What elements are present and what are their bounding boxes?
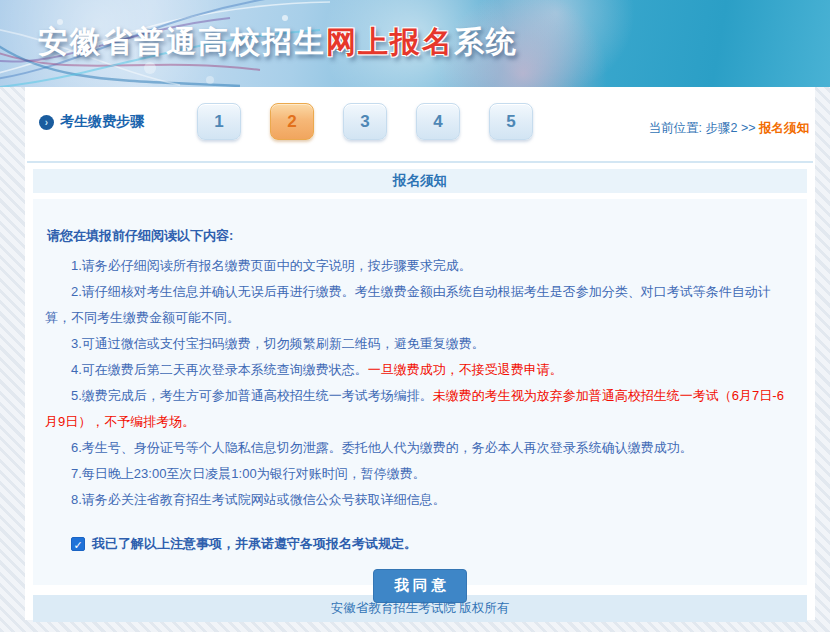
arrow-circle-icon: › — [39, 115, 54, 130]
step-indicator: 1 2 3 4 5 — [197, 103, 533, 140]
notice-item-1: 1.请务必仔细阅读所有报名缴费页面中的文字说明，按步骤要求完成。 — [45, 253, 795, 279]
steps-row: › 考生缴费步骤 1 2 3 4 5 当前位置: 步骤2 >> 报名须知 — [25, 87, 815, 161]
notice-item-4-red: 一旦缴费成功，不接受退费申请。 — [368, 362, 563, 377]
step-1[interactable]: 1 — [197, 103, 241, 140]
notice-item-3: 3.可通过微信或支付宝扫码缴费，切勿频繁刷新二维码，避免重复缴费。 — [45, 331, 795, 357]
notice-item-1-text: 1.请务必仔细阅读所有报名缴费页面中的文字说明，按步骤要求完成。 — [71, 258, 472, 273]
notice-item-7-text: 7.每日晚上23:00至次日凌晨1:00为银行对账时间，暂停缴费。 — [71, 466, 426, 481]
notice-item-8-text: 8.请务必关注省教育招生考试院网站或微信公众号获取详细信息。 — [71, 492, 446, 507]
section-divider — [27, 161, 813, 163]
footer-copyright: 安徽省教育招生考试院 版权所有 — [33, 595, 807, 622]
breadcrumb-current: 报名须知 — [759, 121, 809, 135]
step-5[interactable]: 5 — [489, 103, 533, 140]
notice-item-5: 5.缴费完成后，考生方可参加普通高校招生统一考试考场编排。未缴费的考生视为放弃参… — [45, 383, 795, 435]
app-title-part2: 系统 — [454, 25, 518, 58]
notice-item-7: 7.每日晚上23:00至次日凌晨1:00为银行对账时间，暂停缴费。 — [45, 461, 795, 487]
header-banner: 安徽省普通高校招生网上报名系统 — [0, 0, 830, 87]
step-4[interactable]: 4 — [416, 103, 460, 140]
notice-item-6: 6.考生号、身份证号等个人隐私信息切勿泄露。委托他人代为缴费的，务必本人再次登录… — [45, 435, 795, 461]
notice-item-3-text: 3.可通过微信或支付宝扫码缴费，切勿频繁刷新二维码，避免重复缴费。 — [71, 336, 485, 351]
step-2-active[interactable]: 2 — [270, 103, 314, 140]
step-3[interactable]: 3 — [343, 103, 387, 140]
app-title-part1: 安徽省普通高校招生 — [38, 25, 326, 58]
notice-intro: 请您在填报前仔细阅读以下内容: — [47, 227, 795, 245]
agreement-label: 我已了解以上注意事项，并承诺遵守各项报名考试规定。 — [92, 535, 417, 553]
notice-body: 请您在填报前仔细阅读以下内容: 1.请务必仔细阅读所有报名缴费页面中的文字说明，… — [33, 199, 807, 585]
page-content: › 考生缴费步骤 1 2 3 4 5 当前位置: 步骤2 >> 报名须知 报名须… — [25, 87, 815, 620]
notice-item-2-text: 2.请仔细核对考生信息并确认无误后再进行缴费。考生缴费金额由系统自动根据考生是否… — [45, 284, 771, 325]
notice-title: 报名须知 — [33, 169, 807, 193]
agreement-row: ✓ 我已了解以上注意事项，并承诺遵守各项报名考试规定。 — [71, 535, 795, 553]
app-title-highlight: 网上报名 — [326, 25, 454, 58]
app-title: 安徽省普通高校招生网上报名系统 — [38, 22, 518, 63]
notice-item-5-text: 5.缴费完成后，考生方可参加普通高校招生统一考试考场编排。 — [71, 388, 433, 403]
notice-item-2: 2.请仔细核对考生信息并确认无误后再进行缴费。考生缴费金额由系统自动根据考生是否… — [45, 279, 795, 331]
notice-item-4-text: 4.可在缴费后第二天再次登录本系统查询缴费状态。 — [71, 362, 368, 377]
breadcrumb: 当前位置: 步骤2 >> 报名须知 — [649, 120, 809, 137]
agreement-checkbox[interactable]: ✓ — [71, 537, 85, 551]
steps-section-label: › 考生缴费步骤 — [39, 113, 144, 131]
steps-section-label-text: 考生缴费步骤 — [60, 113, 144, 131]
notice-item-8: 8.请务必关注省教育招生考试院网站或微信公众号获取详细信息。 — [45, 487, 795, 513]
notice-item-6-text: 6.考生号、身份证号等个人隐私信息切勿泄露。委托他人代为缴费的，务必本人再次登录… — [71, 440, 693, 455]
notice-item-4: 4.可在缴费后第二天再次登录本系统查询缴费状态。一旦缴费成功，不接受退费申请。 — [45, 357, 795, 383]
breadcrumb-prefix: 当前位置: 步骤2 >> — [649, 121, 756, 135]
